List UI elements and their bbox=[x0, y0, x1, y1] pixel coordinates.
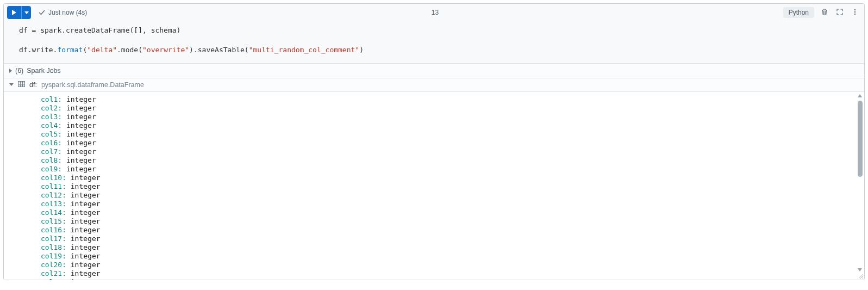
schema-row: col16: integer bbox=[41, 226, 855, 235]
spark-jobs-count: (6) bbox=[15, 67, 23, 75]
column-name: col4: bbox=[41, 121, 62, 129]
triangle-down-icon bbox=[9, 83, 14, 86]
column-name: col6: bbox=[41, 139, 62, 147]
column-type: integer bbox=[66, 278, 101, 280]
schema-row: col15: integer bbox=[41, 217, 855, 226]
column-type: integer bbox=[66, 191, 101, 199]
resize-handle[interactable] bbox=[857, 273, 864, 279]
run-button[interactable] bbox=[7, 6, 21, 19]
column-name: col9: bbox=[41, 165, 62, 173]
column-type: integer bbox=[62, 113, 96, 121]
schema-row: col11: integer bbox=[41, 182, 855, 191]
code-line: df.write.format("delta".mode("overwrite"… bbox=[19, 46, 364, 54]
column-type: integer bbox=[62, 130, 96, 138]
kebab-icon bbox=[851, 8, 859, 17]
column-type: integer bbox=[62, 147, 96, 156]
schema-row: col10: integer bbox=[41, 174, 855, 182]
code-line: df = spark.createDataFrame([], schema) bbox=[19, 26, 180, 34]
column-name: col5: bbox=[41, 130, 62, 138]
expand-icon bbox=[836, 8, 844, 17]
scrollbar-up-button[interactable] bbox=[857, 92, 863, 99]
schema-row: col5: integer bbox=[41, 130, 855, 139]
column-name: col3: bbox=[41, 113, 62, 121]
column-type: integer bbox=[62, 165, 96, 173]
notebook-cell: Just now (4s) 13 Python df = spark.creat bbox=[3, 3, 865, 280]
status-text: Just now (4s) bbox=[48, 9, 87, 16]
schema-row: col22: integer bbox=[41, 278, 855, 280]
column-type: integer bbox=[66, 269, 101, 277]
column-name: col7: bbox=[41, 147, 62, 156]
column-type: integer bbox=[66, 217, 101, 225]
column-type: integer bbox=[62, 95, 96, 103]
cell-center-indicator: 13 bbox=[90, 9, 779, 16]
triangle-right-icon bbox=[9, 69, 12, 73]
schema-row: col12: integer bbox=[41, 191, 855, 200]
svg-marker-0 bbox=[12, 10, 16, 15]
column-name: col11: bbox=[41, 182, 66, 190]
schema-row: col19: integer bbox=[41, 252, 855, 261]
svg-rect-5 bbox=[18, 81, 25, 87]
schema-list: col1: integercol2: integercol3: integerc… bbox=[4, 92, 855, 280]
column-name: col8: bbox=[41, 156, 62, 164]
column-type: integer bbox=[66, 252, 101, 260]
column-name: col16: bbox=[41, 226, 66, 234]
schema-row: col7: integer bbox=[41, 147, 855, 156]
svg-marker-10 bbox=[858, 94, 862, 97]
schema-output: col1: integercol2: integercol3: integerc… bbox=[4, 91, 864, 280]
table-icon bbox=[18, 81, 25, 89]
column-type: integer bbox=[66, 208, 101, 217]
column-name: col21: bbox=[41, 269, 66, 277]
schema-row: col9: integer bbox=[41, 165, 855, 174]
svg-point-4 bbox=[854, 13, 855, 14]
run-dropdown-button[interactable] bbox=[21, 6, 31, 19]
column-name: col18: bbox=[41, 243, 66, 251]
column-type: integer bbox=[62, 121, 96, 129]
schema-row: col6: integer bbox=[41, 139, 855, 147]
svg-marker-1 bbox=[24, 11, 29, 14]
chevron-down-icon bbox=[24, 10, 29, 15]
column-name: col13: bbox=[41, 200, 66, 208]
cell-more-menu-button[interactable] bbox=[850, 8, 860, 17]
cell-run-status: Just now (4s) bbox=[39, 9, 87, 16]
column-name: col15: bbox=[41, 217, 66, 225]
schema-row: col4: integer bbox=[41, 121, 855, 130]
column-name: col2: bbox=[41, 104, 62, 112]
schema-row: col14: integer bbox=[41, 208, 855, 217]
delete-cell-button[interactable] bbox=[820, 8, 829, 17]
column-name: col22: bbox=[41, 278, 66, 280]
schema-row: col8: integer bbox=[41, 156, 855, 165]
column-name: col12: bbox=[41, 191, 66, 199]
spark-jobs-toggle[interactable]: (6) Spark Jobs bbox=[4, 63, 864, 78]
column-name: col17: bbox=[41, 235, 66, 243]
scrollbar-thumb[interactable] bbox=[858, 101, 863, 177]
svg-marker-11 bbox=[858, 268, 862, 272]
svg-point-2 bbox=[854, 9, 855, 10]
column-type: integer bbox=[66, 182, 101, 190]
column-name: col10: bbox=[41, 174, 66, 182]
column-name: col1: bbox=[41, 95, 62, 103]
df-variable-name: df: bbox=[29, 81, 37, 89]
schema-row: col21: integer bbox=[41, 269, 855, 278]
column-type: integer bbox=[66, 174, 101, 182]
column-type: integer bbox=[66, 235, 101, 243]
column-type: integer bbox=[66, 261, 101, 269]
schema-row: col20: integer bbox=[41, 261, 855, 269]
expand-cell-button[interactable] bbox=[835, 8, 845, 17]
dataframe-schema-toggle[interactable]: df: pyspark.sql.dataframe.DataFrame bbox=[4, 78, 864, 91]
column-type: integer bbox=[62, 139, 96, 147]
column-type: integer bbox=[66, 200, 101, 208]
column-name: col20: bbox=[41, 261, 66, 269]
df-variable-type: pyspark.sql.dataframe.DataFrame bbox=[41, 81, 144, 89]
language-selector[interactable]: Python bbox=[783, 7, 814, 18]
schema-row: col18: integer bbox=[41, 243, 855, 252]
trash-icon bbox=[821, 8, 828, 17]
column-type: integer bbox=[66, 243, 101, 251]
cell-right-tools: Python bbox=[783, 7, 860, 18]
spark-jobs-label: Spark Jobs bbox=[27, 67, 61, 75]
schema-row: col17: integer bbox=[41, 235, 855, 243]
code-editor[interactable]: df = spark.createDataFrame([], schema) d… bbox=[4, 21, 864, 63]
column-name: col14: bbox=[41, 208, 66, 217]
play-icon bbox=[11, 10, 17, 15]
schema-row: col1: integer bbox=[41, 95, 855, 104]
column-type: integer bbox=[62, 156, 96, 164]
